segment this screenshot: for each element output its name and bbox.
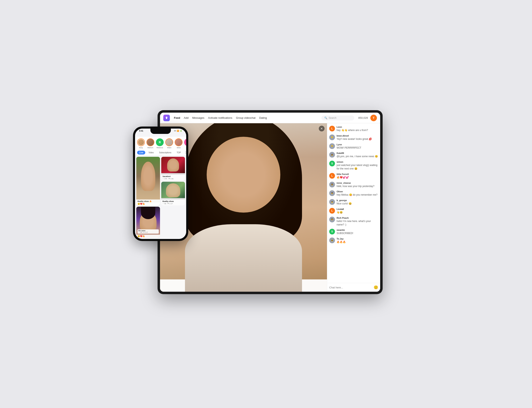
card-likes: ♡ 68 — [162, 203, 166, 205]
message-username: Oliver — [337, 190, 378, 193]
message-username: Lynn — [337, 143, 378, 146]
card-image — [136, 157, 160, 205]
message-text: hello! I'm new here. what's your name? :… — [337, 220, 378, 227]
top-right: 850,028 T — [358, 115, 377, 121]
signal-icon: ▪▪▪ — [174, 130, 176, 132]
card-emojis: 😊❤️🔥 — [136, 235, 160, 238]
chat-message: L little Ferrell 🔥❤️💕💕 — [329, 173, 378, 179]
nav-items: Feed Add Messages Activate notifications… — [174, 116, 317, 119]
chat-messages: L Leon hey 👋👋 where are u from? 🙂 bean.d… — [327, 123, 380, 283]
card-viewers: 👁 3.6k — [168, 178, 174, 180]
face — [207, 137, 280, 212]
message-text: @Lynn, pm me, i have some news 😊 — [337, 155, 378, 158]
card-title: Reality show — [162, 200, 184, 202]
card-image — [161, 182, 185, 198]
phone-tabs: Live Video Subscriptions TOP ⋮ — [135, 150, 186, 156]
tablet-topbar: Feed Add Messages Activate notifications… — [160, 113, 380, 123]
message-username: Te-Jay — [337, 238, 378, 240]
nav-activate-notifications[interactable]: Activate notifications — [208, 116, 232, 119]
message-content: bean.diesel Yey!! new avatar! looks grea… — [337, 135, 378, 141]
chat-message: 👧 irene_cheese hiiiiii, how was your tri… — [329, 182, 378, 188]
search-bar[interactable]: 🔍 Search — [322, 116, 354, 120]
tab-more[interactable]: ⋮ — [184, 151, 186, 154]
card-stats: ♡ 270 👁 3.6k — [162, 178, 184, 180]
message-avatar: S — [329, 229, 335, 234]
phone: 9:41 ▪▪▪ 🛜 🔋 Kacy — [133, 127, 188, 241]
phone-card-vacation[interactable]: Vacation! ♡ 270 👁 3.6k — [161, 157, 185, 180]
story-item[interactable]: R Rebecca — [156, 138, 164, 149]
card-stats: ♡ 196 👁 2.1T — [138, 232, 158, 233]
chat-message: 😎 Te-Jay 🔥🔥🔥 — [329, 238, 378, 244]
nav-add[interactable]: Add — [184, 116, 188, 119]
phone-time: 9:41 — [139, 130, 143, 132]
chat-message: 👨 b_georgo Nice curls! 😄 — [329, 199, 378, 205]
message-username: b_georgo — [337, 199, 378, 202]
message-avatar: 👦 — [329, 190, 335, 196]
message-avatar: S — [329, 161, 335, 166]
message-username: irene_cheese — [337, 182, 378, 184]
phone-card-4[interactable]: 😊❤️🔥 the same ♡ 196 👁 2.1T — [136, 207, 160, 238]
card-info: Reality show ♡ 68 👁 2.1T — [161, 199, 185, 205]
message-avatar: L — [329, 173, 335, 179]
tab-video[interactable]: Video — [147, 151, 156, 154]
message-text: 🔥🔥🔥 — [337, 240, 378, 244]
message-content: Rich Peach hello! I'm new here. what's y… — [337, 217, 378, 227]
message-text: hey 👋👋 where are u from? — [337, 128, 378, 132]
phone-card-reality-show-2[interactable]: Reality show ♡ 68 👁 2.1T — [161, 182, 185, 205]
app-logo — [163, 115, 170, 121]
message-avatar: 😊 — [329, 143, 335, 149]
chat-message: 👩 Kate89 @Lynn, pm me, i have some news … — [329, 152, 378, 158]
message-username: Rich Peach — [337, 217, 378, 219]
nav-group-videochat[interactable]: Group videochat — [236, 116, 255, 119]
message-content: Kate89 @Lynn, pm me, i have some news 😊 — [337, 152, 378, 158]
tab-subscriptions[interactable]: Subscriptions — [157, 151, 173, 154]
close-button[interactable]: ✕ — [319, 126, 324, 131]
message-text: Nice curls! 😄 — [337, 202, 378, 205]
card-title: Vacation! — [162, 175, 184, 178]
tab-top[interactable]: TOP — [174, 151, 183, 154]
chat-input-area: 🙂 — [327, 283, 380, 292]
message-avatar: 🙂 — [329, 135, 335, 140]
nav-feed[interactable]: Feed — [174, 116, 180, 119]
story-avatar — [175, 138, 183, 146]
nav-messages[interactable]: Messages — [192, 116, 204, 119]
message-text: SUBSCRIBED! — [337, 232, 378, 235]
user-avatar[interactable]: T — [370, 115, 377, 121]
emoji-button[interactable]: 🙂 — [374, 285, 378, 290]
scene: Feed Add Messages Activate notifications… — [133, 102, 399, 306]
message-text: hey Melisa 😋 do you remember me? — [337, 193, 378, 197]
search-icon: 🔍 — [324, 117, 327, 119]
story-label: Misha K — [148, 147, 153, 149]
card-info: the same ♡ 196 👁 2.1T — [138, 229, 159, 234]
story-item[interactable]: Silvia — [175, 138, 183, 149]
nav-dating[interactable]: Dating — [259, 116, 267, 119]
phone-card-reality-show[interactable]: Reality show 🔥 ♡ 144 👁 2.1T 😊❤️🔥 — [136, 157, 160, 205]
message-username: swantie — [337, 229, 378, 231]
message-avatar: L — [329, 126, 335, 131]
story-avatar — [165, 138, 173, 146]
card-viewers: 👁 2.1T — [143, 232, 148, 233]
tab-live[interactable]: Live — [137, 151, 145, 154]
story-item[interactable]: Kitani — [165, 138, 173, 149]
story-item[interactable]: Kacy — [137, 138, 145, 149]
message-content: Leon hey 👋👋 where are u from? — [337, 126, 378, 132]
chat-input[interactable] — [329, 286, 372, 289]
story-item[interactable]: Misha K — [147, 138, 154, 149]
message-content: little Ferrell 🔥❤️💕💕 — [337, 173, 378, 179]
message-text: 👋😄 — [337, 211, 378, 214]
message-username: Linda8 — [337, 208, 378, 210]
story-item[interactable]: E Erica — [184, 138, 186, 149]
message-username: Leon — [337, 126, 378, 128]
chat-message: 🧑 Rich Peach hello! I'm new here. what's… — [329, 217, 378, 227]
message-content: b_georgo Nice curls! 😄 — [337, 199, 378, 205]
card-stats: ♡ 68 👁 2.1T — [162, 203, 184, 205]
card-likes: ♡ 270 — [162, 178, 167, 180]
message-content: simon just watched your latest vlog)) wa… — [337, 161, 378, 170]
story-label: Rebecca — [157, 147, 163, 149]
message-avatar: 👧 — [329, 182, 335, 187]
card-likes: ♡ 196 — [138, 232, 142, 233]
chat-message: 🙂 bean.diesel Yey!! new avatar! looks gr… — [329, 135, 378, 141]
phone-notch — [150, 128, 171, 134]
chat-message: S swantie SUBSCRIBED! — [329, 229, 378, 235]
chat-message: S simon just watched your latest vlog)) … — [329, 161, 378, 170]
